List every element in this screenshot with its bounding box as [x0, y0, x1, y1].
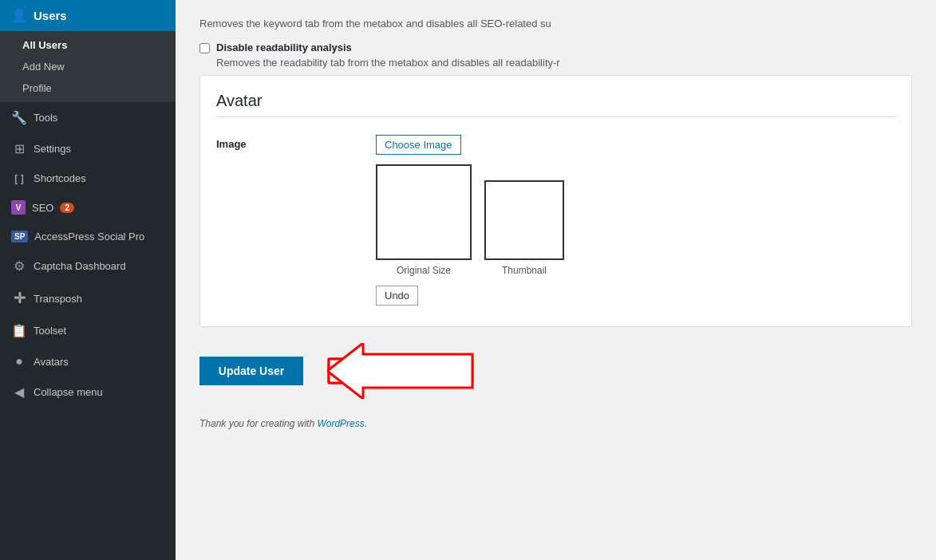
shortcodes-icon: [ ] [11, 173, 27, 184]
seo-icon: V [11, 200, 26, 215]
tools-icon: 🔧 [11, 110, 27, 125]
disable-readability-row: Disable readability analysis Removes the… [199, 41, 912, 69]
arrow-svg [327, 343, 503, 399]
sidebar-item-all-users[interactable]: All Users [0, 34, 176, 56]
sidebar-item-tools[interactable]: 🔧 Tools [0, 102, 176, 133]
original-image-box [376, 164, 472, 260]
thumbnail-image-box [484, 180, 564, 260]
original-size-label: Original Size [397, 265, 451, 276]
svg-marker-3 [327, 343, 472, 399]
avatar-table: Image Choose Image Original Size Thumbna… [216, 130, 895, 310]
social-icon: SP [11, 231, 28, 243]
sidebar-item-shortcodes[interactable]: [ ] Shortcodes [0, 164, 176, 192]
sidebar-item-transposh[interactable]: ✛ Transposh [0, 282, 176, 315]
sidebar-item-collapse[interactable]: ◀ Collapse menu [0, 377, 176, 408]
transposh-icon: ✛ [11, 290, 27, 307]
collapse-icon: ◀ [11, 385, 27, 400]
sidebar-item-captcha[interactable]: ⚙ Captcha Dashboard [0, 250, 176, 282]
sidebar-users-header[interactable]: 👤 Users [0, 0, 176, 31]
sidebar-header-label: Users [34, 9, 67, 22]
seo-badge: 2 [60, 203, 74, 213]
footer-wordpress-link[interactable]: WordPress. [317, 418, 367, 429]
avatar-image-label: Image [216, 130, 376, 310]
sidebar-item-shortcodes-label: Shortcodes [34, 172, 86, 184]
footer-text: Thank you for creating with WordPress. [199, 418, 912, 429]
main-content: Removes the keyword tab from the metabox… [176, 0, 936, 560]
sidebar-item-accesspress-label: AccessPress Social Pro [34, 231, 144, 243]
disable-readability-description: Removes the readability tab from the met… [216, 57, 560, 69]
image-previews: Original Size Thumbnail [376, 164, 895, 276]
sidebar-item-avatars[interactable]: ● Avatars [0, 346, 176, 377]
sidebar-item-seo[interactable]: V SEO 2 [0, 192, 176, 223]
sidebar-item-tools-label: Tools [34, 112, 57, 124]
thumbnail-label: Thumbnail [502, 265, 547, 276]
avatar-section: Avatar Image Choose Image Original Size [199, 75, 912, 327]
disable-readability-label: Disable readability analysis [216, 41, 560, 53]
avatars-icon: ● [11, 354, 27, 369]
arrow-annotation [327, 343, 503, 399]
sidebar-sub-menu: All Users Add New Profile [0, 31, 176, 102]
sidebar-item-collapse-label: Collapse menu [34, 386, 103, 398]
footer-text-before: Thank you for creating with [199, 418, 317, 429]
sidebar-item-add-new[interactable]: Add New [0, 56, 176, 77]
update-user-button[interactable]: Update User [199, 357, 303, 385]
avatar-section-title: Avatar [216, 92, 895, 117]
undo-button[interactable]: Undo [376, 286, 418, 306]
sidebar-item-avatars-label: Avatars [34, 356, 69, 368]
sidebar-item-toolset[interactable]: 📋 Toolset [0, 315, 176, 346]
sidebar-item-captcha-label: Captcha Dashboard [34, 260, 126, 272]
disable-readability-checkbox[interactable] [199, 43, 210, 53]
sidebar: 👤 Users All Users Add New Profile 🔧 Tool… [0, 0, 176, 560]
toolset-icon: 📋 [11, 323, 27, 338]
choose-image-button[interactable]: Choose Image [376, 135, 461, 155]
sidebar-item-profile[interactable]: Profile [0, 77, 176, 99]
captcha-icon: ⚙ [11, 258, 27, 274]
top-description: Removes the keyword tab from the metabox… [199, 16, 912, 32]
sidebar-item-settings-label: Settings [34, 143, 71, 155]
original-size-preview: Original Size [376, 164, 472, 276]
sidebar-item-toolset-label: Toolset [34, 325, 66, 337]
thumbnail-preview: Thumbnail [484, 180, 564, 276]
avatar-image-row: Image Choose Image Original Size Thumbna… [216, 130, 895, 310]
sidebar-item-settings[interactable]: ⊞ Settings [0, 133, 176, 164]
users-icon: 👤 [11, 8, 27, 23]
sidebar-item-transposh-label: Transposh [34, 293, 82, 305]
update-area: Update User [199, 343, 912, 399]
avatar-content: Choose Image Original Size Thumbnail [376, 130, 895, 310]
settings-icon: ⊞ [11, 141, 27, 156]
sidebar-item-seo-label: SEO [32, 202, 53, 214]
sidebar-item-accesspress[interactable]: SP AccessPress Social Pro [0, 223, 176, 250]
